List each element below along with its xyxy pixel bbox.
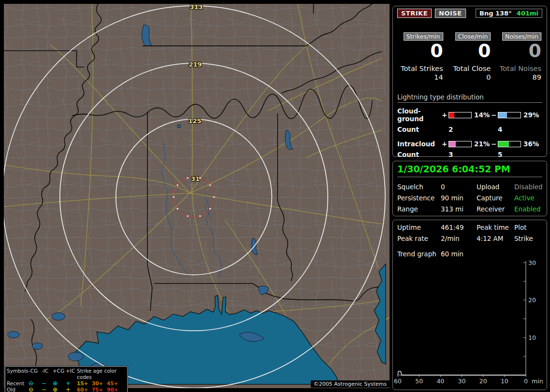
old-pos-cg-icon: ⊕: [53, 387, 66, 392]
upload-label: Upload: [477, 183, 514, 191]
age-60: 60+: [77, 387, 92, 392]
strikes-counter-column: Strikes/min 0 Total Strikes 14: [398, 31, 443, 81]
noise-mode-button[interactable]: NOISE: [435, 9, 466, 18]
upload-status: Disabled: [514, 183, 543, 191]
rate-counters: Strikes/min 0 Total Strikes 14 Close/min…: [397, 31, 542, 81]
close-per-min-value: 0: [443, 41, 491, 61]
age-30: 30+: [92, 380, 107, 387]
plus-sign: +: [442, 111, 449, 119]
cg-plus-bar: [449, 112, 472, 118]
cg-minus-bar: [498, 112, 521, 118]
svg-text:60: 60: [394, 378, 402, 385]
ic-count-label: Count: [397, 151, 442, 158]
total-noises-value: 89: [491, 73, 541, 81]
ring-label-219: 219: [188, 61, 202, 68]
strike-trend-chart: 6050403020100min102030: [393, 259, 547, 390]
squelch-label: Squelch: [397, 183, 441, 191]
close-per-min-badge[interactable]: Close/min: [455, 32, 491, 41]
old-pos-ic-icon: +: [66, 387, 77, 392]
svg-text:20: 20: [528, 296, 536, 304]
ic-plus-bar: [449, 141, 472, 147]
capture-status: Active: [514, 194, 543, 202]
bearing-value: Bng 138°: [479, 10, 512, 17]
minus-sign: −: [491, 111, 498, 119]
peak-time-label: Peak time: [477, 224, 514, 231]
cg-plus-bar-fill: [449, 112, 454, 118]
strikes-per-min-badge[interactable]: Strikes/min: [404, 32, 443, 41]
app-window: 313 219 125 31 Symbols -CG -IC +CG +IC S…: [0, 0, 550, 392]
legend-col-neg-cg: -CG: [29, 368, 42, 380]
datetime-display: 1/30/2026 6:04:52 PM: [397, 164, 542, 174]
distribution-title: Lightning type distribution: [397, 93, 542, 103]
peak-rate-value: 2/min: [441, 235, 477, 242]
settings-panel: 1/30/2026 6:04:52 PM Squelch 0 Upload Di…: [392, 161, 547, 216]
copyright-notice: ©2005 Astrogenic Systems: [311, 380, 390, 388]
old-neg-ic-icon: −: [42, 387, 53, 392]
squelch-value: 0: [441, 183, 477, 191]
bearing-distance-display: Bng 138° 401mi: [476, 9, 542, 18]
peak-rate-label: Peak rate: [397, 235, 441, 242]
cg-plus-count: 2: [449, 126, 472, 133]
intracloud-row: Intracloud + 21% − 36%: [397, 140, 542, 148]
mode-toolbar: STRIKE NOISE Bng 138° 401mi: [397, 9, 542, 18]
noises-per-min-badge[interactable]: Noises/min: [502, 32, 541, 41]
age-15: 15+: [77, 380, 92, 387]
ic-plus-count: 3: [449, 151, 472, 158]
plus-sign: +: [442, 140, 449, 148]
receiver-label: Receiver: [477, 205, 514, 213]
ring-label-31: 31: [191, 175, 200, 182]
ic-minus-bar-fill: [498, 141, 509, 147]
svg-text:30: 30: [458, 378, 466, 385]
trend-graph-row: Trend graph 60 min: [397, 250, 542, 258]
total-close-value: 0: [443, 73, 491, 81]
plot-label: Plot: [514, 224, 542, 231]
trend-graph-label: Trend graph: [397, 250, 441, 258]
svg-text:10: 10: [501, 378, 508, 385]
persistence-value: 90 min: [441, 194, 477, 202]
noises-counter-column: Noises/min 0 Total Noises 89: [491, 31, 541, 81]
capture-label: Capture: [477, 194, 514, 202]
uptime-value: 461:49: [441, 224, 477, 231]
ic-minus-count: 5: [498, 151, 521, 158]
svg-text:20: 20: [479, 378, 487, 385]
svg-text:0: 0: [524, 378, 528, 385]
cloud-ground-label: Cloud-ground: [397, 107, 442, 123]
close-counter-column: Close/min 0 Total Close 0: [443, 31, 491, 81]
noises-per-min-value: 0: [491, 41, 541, 61]
total-strikes-value: 14: [398, 73, 443, 81]
plot-mode-value: Strike: [514, 235, 542, 242]
counters-panel: STRIKE NOISE Bng 138° 401mi Strikes/min …: [392, 6, 547, 157]
ic-minus-pct: 36%: [521, 140, 542, 148]
range-label: Range: [397, 205, 441, 213]
cloud-ground-count-row: Count 2 4: [397, 126, 542, 133]
cloud-ground-row: Cloud-ground + 14% − 29%: [397, 107, 542, 123]
range-value: 313 mi: [441, 205, 477, 213]
persistence-label: Persistence: [397, 194, 441, 202]
ic-plus-bar-fill: [449, 141, 456, 147]
lightning-map[interactable]: 313 219 125 31 Symbols -CG -IC +CG +IC S…: [4, 4, 390, 388]
cg-minus-count: 4: [498, 126, 521, 133]
age-75: 75+: [92, 387, 107, 392]
distance-value: 401mi: [517, 10, 538, 17]
ring-label-125: 125: [188, 117, 201, 125]
receiver-status: Enabled: [514, 205, 543, 213]
legend-col-pos-ic: +IC: [66, 368, 77, 380]
cg-minus-pct: 29%: [521, 111, 542, 119]
strikes-per-min-value: 0: [398, 41, 443, 61]
old-neg-cg-icon: ⊖: [29, 387, 42, 392]
legend-col-neg-ic: -IC: [42, 368, 53, 380]
uptime-label: Uptime: [397, 224, 441, 231]
minus-sign: −: [491, 140, 498, 148]
settings-grid: Squelch 0 Upload Disabled Persistence 90…: [397, 183, 542, 213]
svg-text:50: 50: [415, 378, 423, 385]
status-panel: Uptime 461:49 Peak time Plot Peak rate 2…: [392, 220, 547, 390]
status-grid: Uptime 461:49 Peak time Plot Peak rate 2…: [397, 224, 542, 242]
intracloud-label: Intracloud: [397, 140, 442, 148]
ic-plus-pct: 21%: [472, 140, 491, 148]
strike-mode-button[interactable]: STRIKE: [397, 9, 432, 18]
svg-text:min: min: [532, 378, 543, 385]
cg-plus-pct: 14%: [472, 111, 491, 119]
legend-old-label: Old: [7, 387, 29, 392]
total-strikes-label: Total Strikes: [398, 65, 443, 72]
ic-minus-bar: [498, 141, 521, 147]
